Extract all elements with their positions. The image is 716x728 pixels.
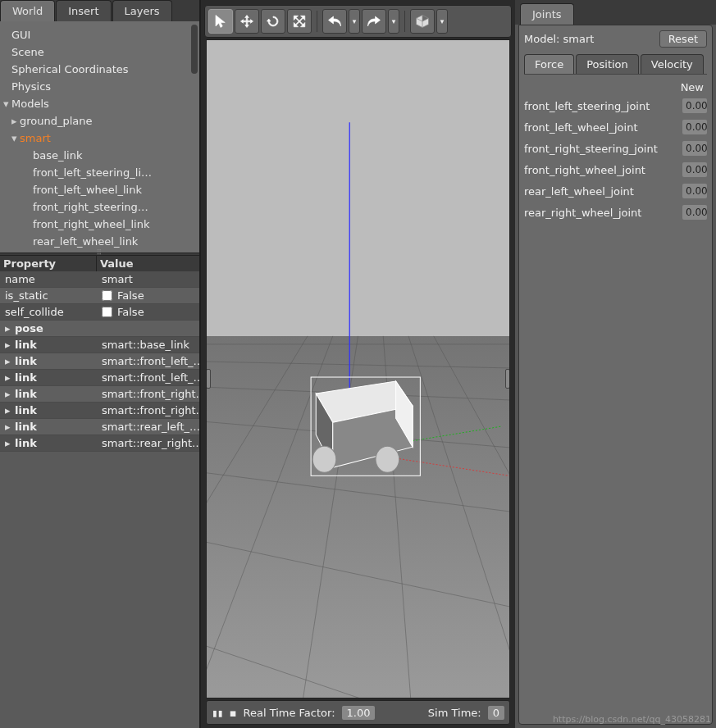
svg-point-20	[312, 446, 336, 472]
svg-line-12	[434, 336, 509, 698]
sub-tab-position[interactable]: Position	[576, 54, 639, 74]
svg-line-1	[207, 361, 509, 369]
redo-menu-icon[interactable]: ▾	[388, 9, 399, 34]
tree-item[interactable]: base_link	[0, 147, 199, 164]
left-tabs: WorldInsertLayers	[0, 0, 199, 21]
property-row[interactable]: ▸linksmart::front_right…	[0, 386, 199, 403]
joint-name: front_left_wheel_joint	[524, 121, 637, 134]
left-panel: WorldInsertLayers GUISceneSpherical Coor…	[0, 0, 201, 728]
sub-tab-force[interactable]: Force	[524, 54, 574, 74]
tab-layers[interactable]: Layers	[112, 0, 172, 21]
svg-line-5	[207, 534, 509, 616]
joint-value-input[interactable]: 0.00	[682, 120, 707, 134]
property-row[interactable]: ▸linksmart::front_right…	[0, 403, 199, 419]
property-table: Property Value namesmartis_static Falses…	[0, 256, 199, 728]
right-panel: Joints Model: smart Reset ForcePositionV…	[515, 0, 716, 728]
3d-viewport[interactable]	[206, 39, 510, 698]
property-row[interactable]: self_collide False	[0, 304, 199, 321]
property-header-val: Value	[97, 256, 199, 271]
viewport-grip-left[interactable]	[206, 369, 211, 389]
joints-column-header: New	[524, 81, 707, 93]
tab-world[interactable]: World	[0, 0, 55, 21]
property-row[interactable]: ▸linksmart::front_left_…	[0, 370, 199, 386]
joint-value-input[interactable]: 0.00	[682, 98, 707, 113]
property-row[interactable]: ▸linksmart::rear_left_…	[0, 419, 199, 435]
joint-row: front_left_wheel_joint0.00	[524, 120, 707, 134]
tree-item[interactable]: front_right_wheel_link	[0, 216, 199, 233]
property-header: Property Value	[0, 256, 199, 271]
tree-item[interactable]: front_left_steering_li…	[0, 164, 199, 181]
model-label: Model: smart	[524, 33, 594, 45]
joint-name: front_right_wheel_joint	[524, 164, 645, 176]
joint-row: front_left_steering_joint0.00	[524, 98, 707, 113]
joint-value-input[interactable]: 0.00	[682, 162, 707, 177]
joint-name: front_left_steering_joint	[524, 100, 650, 112]
svg-point-21	[376, 446, 399, 472]
joint-row: front_right_wheel_joint0.00	[524, 162, 707, 177]
tab-joints[interactable]: Joints	[520, 3, 574, 25]
sim-value: 0	[488, 706, 504, 720]
tree-scrollbar[interactable]	[191, 25, 198, 74]
tree-item[interactable]: Scene	[0, 43, 199, 61]
property-header-key: Property	[0, 256, 97, 271]
tree-item[interactable]: Physics	[0, 78, 199, 95]
tree-item[interactable]: front_left_wheel_link	[0, 181, 199, 198]
property-row[interactable]: is_static False	[0, 288, 199, 304]
sub-tab-velocity[interactable]: Velocity	[641, 54, 704, 74]
tree-item[interactable]: ▸ground_plane	[0, 112, 199, 130]
svg-line-11	[207, 336, 308, 698]
tree-item[interactable]: rear_left_wheel_link	[0, 233, 199, 250]
joint-value-input[interactable]: 0.00	[682, 141, 707, 156]
property-row[interactable]: ▸linksmart::rear_right…	[0, 435, 199, 452]
status-bar: ▮▮ ▪ Real Time Factor: 1.00 Sim Time: 0	[206, 700, 510, 725]
tree-item[interactable]: ▾Models	[0, 95, 199, 112]
tree-item[interactable]: ▾smart	[0, 130, 199, 147]
undo-tool-button[interactable]	[322, 9, 347, 34]
joint-sub-tabs: ForcePositionVelocity	[524, 54, 707, 75]
property-row[interactable]: ▸pose	[0, 321, 199, 337]
world-tree[interactable]: GUISceneSpherical CoordinatesPhysics▾Mod…	[0, 21, 199, 253]
cube-tool-button[interactable]	[410, 9, 435, 34]
joint-value-input[interactable]: 0.00	[682, 184, 707, 198]
joint-name: rear_right_wheel_joint	[524, 207, 641, 219]
joint-value-input[interactable]: 0.00	[682, 205, 707, 220]
right-tabs: Joints	[515, 0, 716, 25]
rt-value: 1.00	[342, 706, 376, 720]
joint-row: rear_left_wheel_joint0.00	[524, 184, 707, 198]
tree-item[interactable]: GUI	[0, 26, 199, 43]
joint-row: front_right_steering_joint0.00	[524, 141, 707, 156]
redo-tool-button[interactable]	[362, 9, 386, 34]
tree-item[interactable]: Spherical Coordinates	[0, 61, 199, 78]
tab-insert[interactable]: Insert	[56, 0, 111, 21]
property-row[interactable]: ▸linksmart::base_link	[0, 337, 199, 353]
rt-label: Real Time Factor:	[243, 707, 335, 719]
reset-button[interactable]: Reset	[659, 30, 707, 48]
viewport-grip-right[interactable]	[505, 369, 510, 389]
center-panel: ▾▾▾	[201, 0, 515, 728]
joint-name: front_right_steering_joint	[524, 143, 658, 155]
step-dot[interactable]: ▪	[230, 707, 237, 719]
cube-menu-icon[interactable]: ▾	[436, 9, 448, 34]
svg-line-6	[207, 632, 509, 698]
joint-row: rear_right_wheel_joint0.00	[524, 205, 707, 220]
svg-line-10	[408, 336, 509, 698]
tree-item[interactable]: front_right_steering…	[0, 198, 199, 216]
panel-divider[interactable]	[0, 253, 199, 256]
sim-label: Sim Time:	[428, 707, 481, 719]
rotate-tool-button[interactable]	[261, 9, 285, 34]
property-row[interactable]: namesmart	[0, 271, 199, 288]
move-tool-button[interactable]	[235, 9, 259, 34]
select-tool-button[interactable]	[208, 9, 233, 34]
pause-button[interactable]: ▮▮	[212, 707, 223, 719]
undo-menu-icon[interactable]: ▾	[349, 9, 360, 34]
scale-tool-button[interactable]	[287, 9, 312, 34]
svg-line-4	[207, 467, 509, 516]
joint-name: rear_left_wheel_joint	[524, 185, 634, 198]
viewport-toolbar: ▾▾▾	[204, 5, 512, 38]
svg-line-9	[207, 336, 333, 698]
property-row[interactable]: ▸linksmart::front_left_…	[0, 353, 199, 370]
